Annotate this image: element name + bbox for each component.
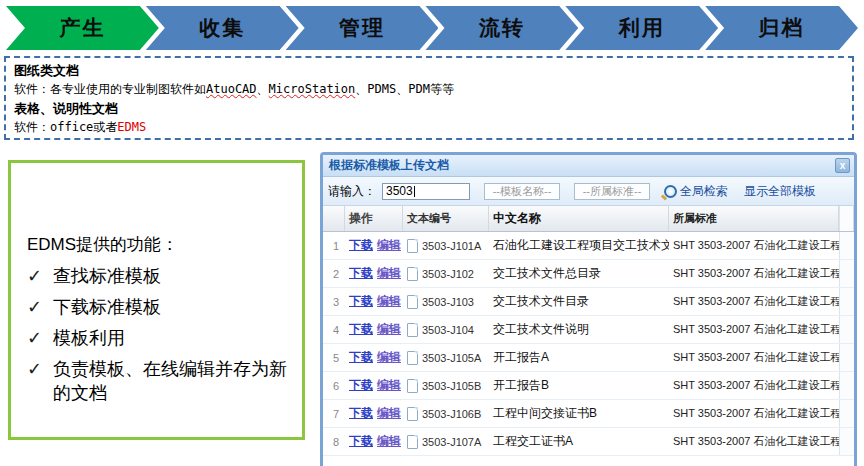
doc-code-cell: 3503-J103 [403,288,489,315]
doc-standard-cell: SHT 3503-2007 石油化工建设工程项目交工… [669,288,839,315]
global-search-label: 全局检索 [680,183,728,200]
dialog-toolbar: 请输入： 3503 --模板名称-- --所属标准-- 全局检索 显示全部模板 [323,177,854,206]
document-icon [407,323,418,337]
edit-link[interactable]: 编辑 [377,321,401,338]
note-drawing-software: 软件：各专业使用的专业制图软件如AtuoCAD、MicroStation、PDM… [14,80,844,99]
row-spacer [839,232,854,259]
doc-standard-cell: SHT 3503-2007 石油化工建设工程项目交工… [669,400,839,427]
header-cell-standard[interactable]: 所属标准 [669,206,839,231]
row-actions: 下载编辑 [345,344,403,371]
software-pdm: PDM [408,82,430,96]
grid-body: 1下载编辑3503-J101A石油化工建设工程项目交工技术文件封面ASHT 35… [323,232,854,466]
table-row[interactable]: 2下载编辑3503-J102交工技术文件总目录SHT 3503-2007 石油化… [323,260,854,288]
feature-item: ✓负责模板、在线编辑并存为新的文档 [27,357,292,405]
table-row[interactable]: 6下载编辑3503-J105B开工报告BSHT 3503-2007 石油化工建设… [323,372,854,400]
download-link[interactable]: 下载 [349,265,373,282]
document-types-note: 图纸类文档 软件：各专业使用的专业制图软件如AtuoCAD、MicroStati… [4,56,854,140]
doc-code-cell: 3503-J104 [403,316,489,343]
row-number: 6 [323,372,345,399]
download-link[interactable]: 下载 [349,293,373,310]
doc-name-cell: 工程中间交接证书B [489,400,669,427]
row-number: 4 [323,316,345,343]
header-cell-name[interactable]: 中文名称 [489,206,669,231]
row-number: 2 [323,260,345,287]
row-actions: 下载编辑 [345,372,403,399]
doc-standard-cell: SHT 3503-2007 石油化工建设工程项目交工… [669,316,839,343]
download-link[interactable]: 下载 [349,321,373,338]
features-list: ✓查找标准模板✓下载标准模板✓模板利用✓负责模板、在线编辑并存为新的文档 [27,264,292,405]
doc-code: 3503-J105B [422,380,481,392]
template-name-field[interactable]: --模板名称-- [484,183,560,200]
doc-code: 3503-J101A [422,240,481,252]
note-table-software: 软件：office或者EDMS [14,118,844,137]
header-cell-empty [323,206,345,231]
download-link[interactable]: 下载 [349,405,373,422]
doc-code: 3503-J107A [422,436,481,448]
flow-stage: 利用 [565,6,718,50]
note-heading-tables: 表格、说明性文档 [14,99,844,118]
download-link[interactable]: 下载 [349,377,373,394]
download-link[interactable]: 下载 [349,433,373,450]
software-office: office [50,120,93,134]
feature-item-label: 查找标准模板 [53,264,161,288]
feature-item: ✓下载标准模板 [27,295,292,319]
row-spacer [839,316,854,343]
standard-field[interactable]: --所属标准-- [574,183,650,200]
edit-link[interactable]: 编辑 [377,433,401,450]
search-input[interactable]: 3503 [382,183,470,200]
feature-item: ✓查找标准模板 [27,264,292,288]
table-row[interactable]: 8下载编辑3503-J107A工程交工证书ASHT 3503-2007 石油化工… [323,428,854,456]
document-icon [407,239,418,253]
doc-code-cell: 3503-J101A [403,232,489,259]
document-icon [407,295,418,309]
table-row[interactable]: 1下载编辑3503-J101A石油化工建设工程项目交工技术文件封面ASHT 35… [323,232,854,260]
note-heading-drawings: 图纸类文档 [14,61,844,80]
close-icon[interactable]: x [835,158,850,173]
row-number: 7 [323,400,345,427]
feature-item-label: 模板利用 [53,326,125,350]
dialog-title: 根据标准模板上传文档 [329,157,449,174]
doc-name-cell: 交工技术文件说明 [489,316,669,343]
doc-name-cell: 工程交工证书A [489,428,669,455]
edit-link[interactable]: 编辑 [377,265,401,282]
row-actions: 下载编辑 [345,260,403,287]
search-icon [664,185,677,198]
check-icon: ✓ [27,295,53,319]
features-title: EDMS提供的功能： [27,233,292,256]
doc-standard-cell: SHT 3503-2007 石油化工建设工程项目交工… [669,372,839,399]
software-microstation: MicroStation [269,82,356,96]
edit-link[interactable]: 编辑 [377,405,401,422]
edit-link[interactable]: 编辑 [377,349,401,366]
edit-link[interactable]: 编辑 [377,377,401,394]
row-spacer [839,260,854,287]
software-pdms: PDMS [367,82,396,96]
flow-stage: 产生 [6,6,159,50]
download-link[interactable]: 下载 [349,237,373,254]
edms-features-box: EDMS提供的功能： ✓查找标准模板✓下载标准模板✓模板利用✓负责模板、在线编辑… [8,160,305,440]
table-row[interactable]: 4下载编辑3503-J104交工技术文件说明SHT 3503-2007 石油化工… [323,316,854,344]
table-row[interactable]: 3下载编辑3503-J103交工技术文件目录SHT 3503-2007 石油化工… [323,288,854,316]
doc-standard-cell: SHT 3503-2007 石油化工建设工程项目交工… [669,232,839,259]
row-actions: 下载编辑 [345,232,403,259]
doc-code: 3503-J106B [422,408,481,420]
edit-link[interactable]: 编辑 [377,237,401,254]
header-cell-ops[interactable]: 操作 [345,206,403,231]
global-search-button[interactable]: 全局检索 [664,183,728,200]
row-number: 5 [323,344,345,371]
check-icon: ✓ [27,326,53,350]
feature-item-label: 下载标准模板 [53,295,161,319]
table-row[interactable]: 5下载编辑3503-J105A开工报告ASHT 3503-2007 石油化工建设… [323,344,854,372]
show-all-templates-button[interactable]: 显示全部模板 [744,183,816,200]
doc-code: 3503-J102 [422,268,474,280]
upload-template-dialog: 根据标准模板上传文档 x 请输入： 3503 --模板名称-- --所属标准--… [320,152,857,466]
edit-link[interactable]: 编辑 [377,293,401,310]
feature-item: ✓模板利用 [27,326,292,350]
doc-standard-cell: SHT 3503-2007 石油化工建设工程项目交工… [669,260,839,287]
row-spacer [839,344,854,371]
header-cell-code[interactable]: 文本编号 [403,206,489,231]
table-row[interactable]: 7下载编辑3503-J106B工程中间交接证书BSHT 3503-2007 石油… [323,400,854,428]
download-link[interactable]: 下载 [349,349,373,366]
row-spacer [839,428,854,455]
doc-code: 3503-J104 [422,324,474,336]
document-icon [407,435,418,449]
